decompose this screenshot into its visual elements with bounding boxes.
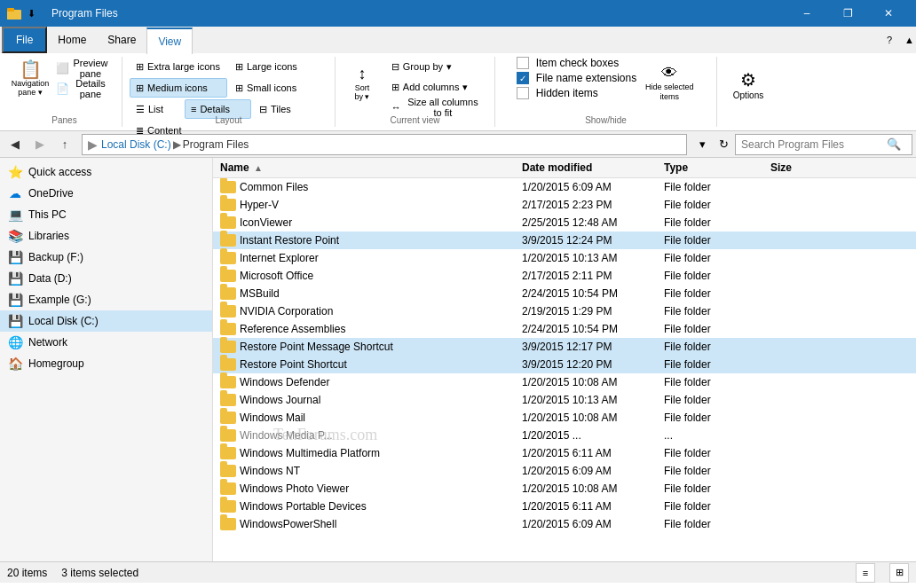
table-row[interactable]: Windows Journal 1/20/2015 10:13 AMFile f… [213,391,916,409]
sidebar-item-data[interactable]: 💾 Data (D:) [0,268,212,289]
file-name: Windows Multimedia Platform [220,447,522,459]
ribbon-collapse-btn[interactable]: ▲ [898,31,916,49]
group-by-btn[interactable]: ⊟ Group by ▾ [385,57,487,76]
small-icons-btn[interactable]: ⊞ Small icons [229,78,309,98]
table-row[interactable]: Reference Assemblies 2/24/2015 10:54 PMF… [213,320,916,338]
sidebar-item-label: Data (D:) [28,272,205,285]
svg-rect-2 [7,8,14,12]
table-row[interactable]: Microsoft Office 2/17/2015 2:11 PMFile f… [213,267,916,285]
table-row[interactable]: Restore Point Shortcut 3/9/2015 12:20 PM… [213,356,916,373]
file-name: Windows Mail [220,412,522,424]
large-icons-toggle[interactable]: ⊞ [889,563,909,583]
item-checkboxes-label[interactable]: Item check boxes [517,57,636,69]
ribbon-help-btn[interactable]: ? [880,31,898,49]
sidebar-item-onedrive[interactable]: ☁ OneDrive [0,183,212,204]
tab-home[interactable]: Home [47,27,97,53]
table-row[interactable]: NVIDIA Corporation 2/19/2015 1:29 PMFile… [213,302,916,320]
back-btn[interactable]: ◀ [4,134,27,155]
size-all-columns-btn[interactable]: ↔ Size all columns to fit [385,98,487,117]
sort-by-btn[interactable]: ↕ Sortby ▾ [343,57,382,108]
table-row[interactable]: Windows Portable Devices 1/20/2015 6:11 … [213,498,916,515]
sidebar-item-quick-access[interactable]: ⭐ Quick access [0,161,212,183]
table-row[interactable]: Restore Point Message Shortcut 3/9/2015 … [213,338,916,356]
file-name: Windows NT [220,465,522,477]
add-columns-btn[interactable]: ⊞ Add columns ▾ [385,77,487,97]
table-row[interactable]: IconViewer 2/25/2015 12:48 AMFile folder [213,214,916,231]
sidebar-item-libraries[interactable]: 📚 Libraries [0,225,212,247]
address-dropdown-btn[interactable]: ▾ [692,135,712,154]
hidden-items-cb[interactable] [517,87,529,99]
col-name-header[interactable]: Name ▲ [220,161,522,174]
folder-icon [220,465,236,477]
table-row[interactable]: Windows Multimedia Platform 1/20/2015 6:… [213,444,916,462]
sort-by-label: Sortby ▾ [354,83,369,101]
sidebar-item-network[interactable]: 🌐 Network [0,332,212,353]
file-name-extensions-label[interactable]: ✓ File name extensions [517,72,636,84]
sidebar-item-backup[interactable]: 💾 Backup (F:) [0,247,212,268]
table-row[interactable]: WindowsPowerShell 1/20/2015 6:09 AMFile … [213,515,916,533]
refresh-btn[interactable]: ↻ [714,135,733,154]
forward-btn[interactable]: ▶ [28,134,51,155]
onedrive-icon: ☁ [7,185,23,201]
options-btn[interactable]: ⚙ Options [725,59,771,111]
file-type: File folder [664,518,770,530]
tab-view[interactable]: View [146,27,193,54]
sidebar-item-local-disk[interactable]: 💾 Local Disk (C:) [0,310,212,332]
preview-pane-btn[interactable]: ⬜ Preview pane [50,59,114,78]
col-size-header[interactable]: Size [770,161,841,174]
folder-icon [220,341,236,353]
details-view-toggle[interactable]: ≡ [856,563,875,583]
file-name: Windows Defender [220,376,522,388]
table-row[interactable]: Instant Restore Point 3/9/2015 12:24 PMF… [213,231,916,249]
item-checkboxes-cb[interactable] [517,57,529,69]
table-row[interactable]: Internet Explorer 1/20/2015 10:13 AMFile… [213,249,916,267]
file-name-extensions-cb[interactable]: ✓ [517,72,529,84]
sidebar-item-this-pc[interactable]: 💻 This PC [0,204,212,225]
table-row[interactable]: Windows NT 1/20/2015 6:09 AMFile folder [213,462,916,480]
file-type: File folder [664,234,770,247]
options-label: Options [733,90,763,100]
file-name: Instant Restore Point [220,234,522,247]
extra-large-icons-btn[interactable]: ⊞ Extra large icons [130,57,227,76]
file-name: IconViewer [220,216,522,229]
medium-icons-btn[interactable]: ⊞ Medium icons [130,78,227,98]
search-icon: 🔍 [887,137,901,151]
navigation-pane-btn[interactable]: 📋 Navigationpane ▾ [14,57,46,99]
folder-icon [220,500,236,513]
tab-share[interactable]: Share [97,27,146,53]
nav-pane-label: Navigationpane ▾ [12,80,50,98]
title-bar: ⬇ Program Files – ❐ ✕ [0,0,916,27]
search-box[interactable]: 🔍 [735,134,912,155]
sidebar-item-example[interactable]: 💾 Example (G:) [0,289,212,310]
folder-icon [220,305,236,318]
details-pane-btn[interactable]: 📄 Details pane [50,79,114,98]
folder-icon [220,358,236,371]
folder-icon [220,412,236,424]
sidebar-item-label: OneDrive [28,187,205,200]
tab-file[interactable]: File [2,27,47,53]
table-row[interactable]: Common Files 1/20/2015 6:09 AMFile folde… [213,178,916,196]
table-row[interactable]: Windows Photo Viewer 1/20/2015 10:08 AMF… [213,480,916,498]
file-name: Reference Assemblies [220,323,522,335]
hidden-items-label[interactable]: Hidden items [517,87,636,99]
minimize-btn[interactable]: – [786,0,827,27]
table-row[interactable]: MSBuild 2/24/2015 10:54 PMFile folder [213,285,916,302]
search-input[interactable] [741,138,883,151]
large-icons-btn[interactable]: ⊞ Large icons [229,57,309,76]
file-date: 1/20/2015 10:08 AM [522,482,664,495]
hide-selected-items-btn[interactable]: 👁 Hide selecteditems [644,57,695,108]
file-date: 3/9/2015 12:17 PM [522,341,664,353]
sidebar-item-homegroup[interactable]: 🏠 Homegroup [0,353,212,374]
col-type-header[interactable]: Type [664,161,770,174]
table-row[interactable]: Windows Media P... TenForums.com 1/20/20… [213,427,916,444]
file-type: File folder [664,199,770,211]
up-btn[interactable]: ↑ [53,134,76,155]
table-row[interactable]: Windows Defender 1/20/2015 10:08 AMFile … [213,373,916,391]
close-btn[interactable]: ✕ [868,0,909,27]
col-date-header[interactable]: Date modified [522,161,664,174]
table-row[interactable]: Windows Mail 1/20/2015 10:08 AMFile fold… [213,409,916,427]
file-name: NVIDIA Corporation [220,305,522,318]
restore-btn[interactable]: ❐ [827,0,868,27]
table-row[interactable]: Hyper-V 2/17/2015 2:23 PMFile folder [213,196,916,214]
qat-properties-btn[interactable]: ⬇ [27,4,44,22]
